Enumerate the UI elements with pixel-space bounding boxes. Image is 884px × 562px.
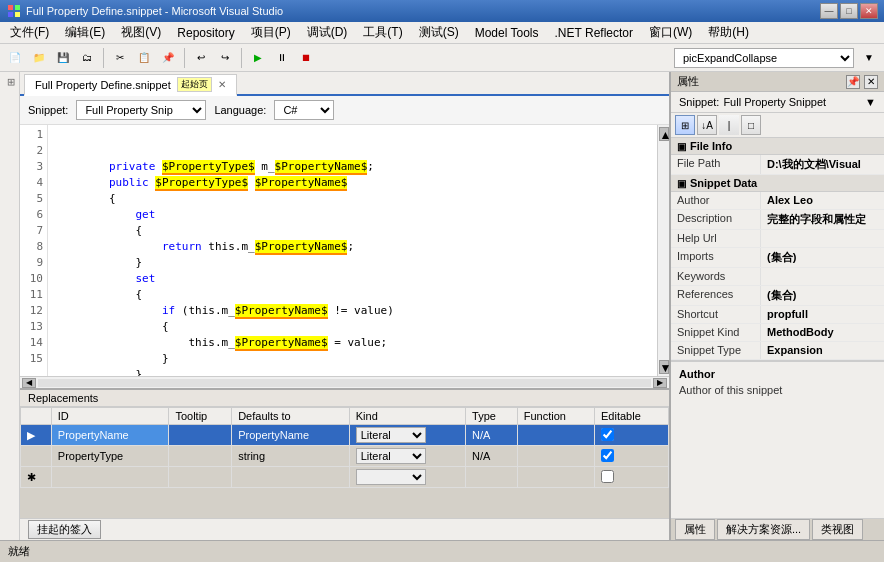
- language-combo[interactable]: C#: [274, 100, 334, 120]
- row-kind[interactable]: Literal: [349, 425, 465, 446]
- toolbar-start[interactable]: ▶: [247, 47, 269, 69]
- toolbar-combo-arrow[interactable]: ▼: [858, 47, 880, 69]
- rt-btn-grid[interactable]: ⊞: [675, 115, 695, 135]
- vertical-scrollbar[interactable]: ▲ ▼: [657, 125, 669, 376]
- prop-val-snippet-kind[interactable]: MethodBody: [761, 324, 884, 341]
- menu-view[interactable]: 视图(V): [113, 22, 169, 43]
- menu-help[interactable]: 帮助(H): [700, 22, 757, 43]
- bp-tab-properties[interactable]: 属性: [675, 519, 715, 540]
- menu-repository[interactable]: Repository: [169, 24, 242, 42]
- row-func[interactable]: [517, 446, 594, 467]
- editable-checkbox-new[interactable]: [601, 470, 614, 483]
- row-new-func[interactable]: [517, 467, 594, 488]
- menu-project[interactable]: 项目(P): [243, 22, 299, 43]
- prop-val-filepath[interactable]: D:\我的文档\Visual: [761, 155, 884, 174]
- bp-tab-classview[interactable]: 类视图: [812, 519, 863, 540]
- prop-val-keywords[interactable]: [761, 268, 884, 285]
- row-defaults[interactable]: string: [232, 446, 350, 467]
- panel-snippet-name: Full Property Snippet: [723, 96, 826, 108]
- kind-select[interactable]: Literal: [356, 427, 426, 443]
- section-file-info[interactable]: ▣ File Info: [671, 138, 884, 155]
- kind-select[interactable]: Literal: [356, 448, 426, 464]
- menu-file[interactable]: 文件(F): [2, 22, 57, 43]
- toolbar-save-all[interactable]: 🗂: [76, 47, 98, 69]
- row-type[interactable]: N/A: [466, 446, 518, 467]
- line-numbers: 12345 678910 1112131415: [20, 125, 48, 376]
- col-tooltip: Tooltip: [169, 408, 232, 425]
- table-row-new[interactable]: ✱: [21, 467, 669, 488]
- row-editable[interactable]: [595, 446, 669, 467]
- row-kind[interactable]: Literal: [349, 446, 465, 467]
- prop-val-references[interactable]: (集合): [761, 286, 884, 305]
- code-content[interactable]: private $PropertyType$ m_$PropertyName$;…: [48, 125, 657, 376]
- prop-val-imports[interactable]: (集合): [761, 248, 884, 267]
- toolbar-combo[interactable]: picExpandCollapse: [674, 48, 854, 68]
- prop-val-helpurl[interactable]: [761, 230, 884, 247]
- row-id[interactable]: PropertyName: [51, 425, 169, 446]
- prop-row-author: Author Alex Leo: [671, 192, 884, 210]
- close-button[interactable]: ✕: [860, 3, 878, 19]
- menu-edit[interactable]: 编辑(E): [57, 22, 113, 43]
- prop-val-snippet-type[interactable]: Expansion: [761, 342, 884, 359]
- row-new-id[interactable]: [51, 467, 169, 488]
- row-new-tooltip[interactable]: [169, 467, 232, 488]
- row-editable[interactable]: [595, 425, 669, 446]
- col-id: ID: [51, 408, 169, 425]
- col-function: Function: [517, 408, 594, 425]
- toolbar-cut[interactable]: ✂: [109, 47, 131, 69]
- prop-val-author[interactable]: Alex Leo: [761, 192, 884, 209]
- toolbar-redo[interactable]: ↪: [214, 47, 236, 69]
- menu-window[interactable]: 窗口(W): [641, 22, 700, 43]
- rt-btn-props[interactable]: □: [741, 115, 761, 135]
- prop-row-snippet-kind: Snippet Kind MethodBody: [671, 324, 884, 342]
- toolbar-open[interactable]: 📁: [28, 47, 50, 69]
- row-new-kind[interactable]: [349, 467, 465, 488]
- window-controls[interactable]: — □ ✕: [820, 3, 878, 19]
- panel-pin-button[interactable]: 📌: [846, 75, 860, 89]
- bp-tab-solution[interactable]: 解决方案资源...: [717, 519, 810, 540]
- row-tooltip[interactable]: [169, 446, 232, 467]
- menu-test[interactable]: 测试(S): [411, 22, 467, 43]
- row-new-defaults[interactable]: [232, 467, 350, 488]
- row-new-type[interactable]: [466, 467, 518, 488]
- toolbar-save[interactable]: 💾: [52, 47, 74, 69]
- tab-close-icon[interactable]: ✕: [218, 79, 226, 90]
- author-title: Author: [679, 368, 876, 380]
- row-id[interactable]: PropertyType: [51, 446, 169, 467]
- prop-val-shortcut[interactable]: propfull: [761, 306, 884, 323]
- toolbar-pause[interactable]: ⏸: [271, 47, 293, 69]
- toolbar-new[interactable]: 📄: [4, 47, 26, 69]
- toolbar-paste[interactable]: 📌: [157, 47, 179, 69]
- prop-val-description[interactable]: 完整的字段和属性定: [761, 210, 884, 229]
- section-snippet-data[interactable]: ▣ Snippet Data: [671, 175, 884, 192]
- snippet-name-combo[interactable]: Full Property Snip: [76, 100, 206, 120]
- properties-area: ▣ File Info File Path D:\我的文档\Visual ▣ S…: [671, 138, 884, 518]
- editable-checkbox[interactable]: [601, 449, 614, 462]
- toolbar-stop[interactable]: ⏹: [295, 47, 317, 69]
- tab-snippet[interactable]: Full Property Define.snippet 起始页 ✕: [24, 74, 237, 96]
- row-new-editable[interactable]: [595, 467, 669, 488]
- menu-debug[interactable]: 调试(D): [299, 22, 356, 43]
- editable-checkbox[interactable]: [601, 428, 614, 441]
- menu-net-reflector[interactable]: .NET Reflector: [547, 24, 641, 42]
- rt-btn-sort-asc[interactable]: ↓A: [697, 115, 717, 135]
- maximize-button[interactable]: □: [840, 3, 858, 19]
- row-tooltip[interactable]: [169, 425, 232, 446]
- horizontal-scrollbar[interactable]: ◀ ▶: [20, 376, 669, 388]
- minimize-button[interactable]: —: [820, 3, 838, 19]
- row-func[interactable]: [517, 425, 594, 446]
- toolbar-copy[interactable]: 📋: [133, 47, 155, 69]
- author-description: Author of this snippet: [679, 384, 876, 396]
- pending-checkin-button[interactable]: 挂起的签入: [28, 520, 101, 539]
- table-row[interactable]: ▶ PropertyName PropertyName Literal N/A: [21, 425, 669, 446]
- panel-close-button[interactable]: ✕: [864, 75, 878, 89]
- toolbar-undo[interactable]: ↩: [190, 47, 212, 69]
- panel-snippet-arrow[interactable]: ▼: [865, 96, 876, 108]
- kind-select-new[interactable]: [356, 469, 426, 485]
- app-icon: [6, 3, 22, 19]
- row-type[interactable]: N/A: [466, 425, 518, 446]
- menu-tools[interactable]: 工具(T): [355, 22, 410, 43]
- menu-model-tools[interactable]: Model Tools: [467, 24, 547, 42]
- table-row[interactable]: PropertyType string Literal N/A: [21, 446, 669, 467]
- row-defaults[interactable]: PropertyName: [232, 425, 350, 446]
